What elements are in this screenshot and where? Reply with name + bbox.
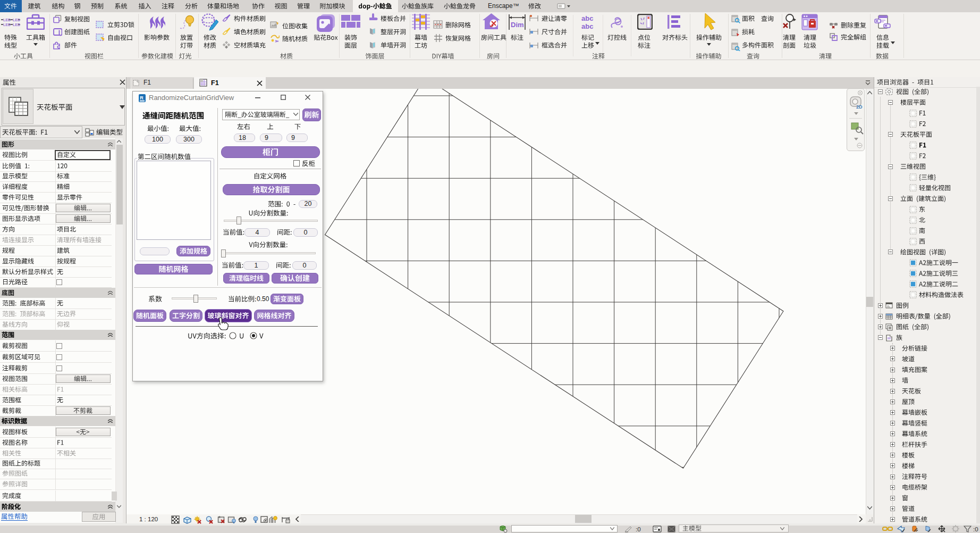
svg-text:LED: LED (3, 18, 11, 22)
svg-text:abc: abc (581, 22, 593, 30)
svg-text:LED: LED (13, 18, 20, 22)
svg-text:LED: LED (3, 23, 11, 27)
svg-text:LED: LED (13, 23, 20, 27)
svg-text:Dim: Dim (511, 21, 524, 29)
svg-text:abc: abc (581, 14, 593, 22)
svg-text:R: R (140, 95, 143, 101)
svg-text:2D: 2D (856, 104, 863, 110)
